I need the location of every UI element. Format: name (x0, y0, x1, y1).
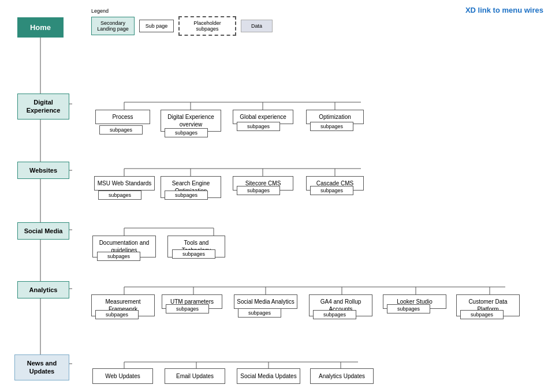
sub-documentation[interactable]: subpages (97, 252, 140, 261)
node-analytics-updates[interactable]: Analytics Updates (310, 368, 374, 384)
legend-subpage: Sub page (139, 20, 174, 32)
home-label: Home (30, 23, 51, 32)
sub-ga4[interactable]: subpages (313, 310, 356, 319)
sub-sm-analytics[interactable]: subpages (238, 308, 281, 318)
node-msu-web[interactable]: MSU Web Standards (94, 176, 155, 191)
legend-title: Legend (91, 8, 273, 14)
category-social-media: Social Media (17, 222, 69, 240)
category-websites: Websites (17, 162, 69, 179)
legend-area: Legend Secondary Landing page Sub page P… (91, 8, 273, 36)
node-email-updates[interactable]: Email Updates (165, 368, 225, 384)
legend-data-label: Data (251, 23, 262, 29)
category-news-updates: News and Updates (14, 354, 69, 380)
node-web-updates[interactable]: Web Updates (92, 368, 153, 384)
sub-seo[interactable]: subpages (165, 191, 208, 200)
home-box[interactable]: Home (17, 17, 64, 38)
legend-secondary-label: Secondary Landing page (97, 20, 129, 32)
sub-utm[interactable]: subpages (166, 304, 209, 313)
sub-global-experience[interactable]: subpages (237, 122, 280, 131)
legend-subpage-label: Sub page (146, 23, 168, 29)
xd-link[interactable]: XD link to menu wires (465, 6, 543, 14)
legend-data: Data (241, 20, 273, 32)
legend-secondary: Secondary Landing page (91, 17, 135, 35)
sub-tools-tech[interactable]: subpages (172, 249, 215, 259)
sub-cascade[interactable]: subpages (310, 186, 353, 195)
sub-cdp[interactable]: subpages (460, 310, 504, 319)
legend-placeholder-label: Placeholder subpages (193, 20, 221, 32)
sub-process[interactable]: subpages (99, 125, 143, 135)
sub-optimization[interactable]: subpages (310, 122, 353, 131)
node-process[interactable]: Process (95, 110, 150, 124)
sub-de-overview[interactable]: subpages (165, 128, 208, 137)
legend-placeholder: Placeholder subpages (178, 16, 236, 36)
node-sm-analytics[interactable]: Social Media Analytics (234, 294, 297, 309)
category-analytics: Analytics (17, 281, 69, 298)
sub-sitecore[interactable]: subpages (237, 186, 280, 195)
sub-measurement[interactable]: subpages (95, 310, 139, 319)
sub-looker[interactable]: subpages (387, 304, 430, 313)
sub-msu-web[interactable]: subpages (98, 191, 141, 200)
category-digital-experience: Digital Experience (17, 94, 69, 120)
xd-link-text: XD link to menu wires (465, 6, 543, 14)
node-social-updates[interactable]: Social Media Updates (237, 368, 300, 384)
